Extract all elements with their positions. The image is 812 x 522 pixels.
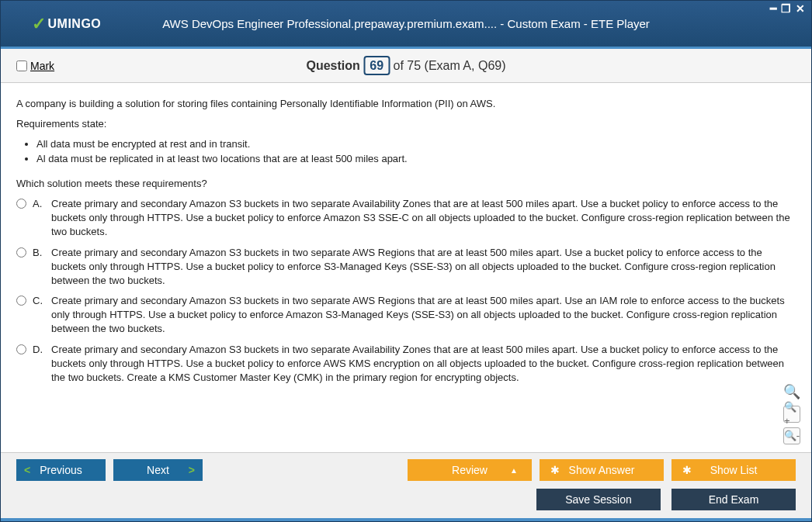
option-b[interactable]: B. Create primary and secondary Amazon S… [16,246,796,289]
question-header: Mark Question 69 of 75 (Exam A, Q69) [1,49,811,83]
option-a[interactable]: A. Create primary and secondary Amazon S… [16,197,796,240]
question-of: of 75 (Exam A, Q69) [394,59,506,72]
option-radio[interactable] [16,199,26,209]
option-radio[interactable] [16,296,26,306]
app-logo: ✓ UMINGO [32,14,101,34]
question-word: Question [307,59,360,72]
option-letter: D. [33,343,45,357]
next-button[interactable]: Next > [113,459,203,481]
star-icon: ✱ [682,464,692,476]
footer: < Previous Next > Review ▲ ✱ Show Answer… [1,452,811,518]
chevron-right-icon: > [189,464,195,476]
question-intro: A company is building a solution for sto… [16,97,796,111]
previous-label: Previous [40,464,82,476]
requirement-item: Al data must be replicated in at least t… [36,152,796,166]
show-list-button[interactable]: ✱ Show List [671,459,796,481]
mark-checkbox-wrap[interactable]: Mark [16,60,54,72]
maximize-icon[interactable]: ❐ [781,2,791,15]
minimize-icon[interactable]: ━ [770,2,776,15]
zoom-out-icon[interactable]: 🔍- [783,427,800,444]
brand-name: UMINGO [48,17,102,31]
chevron-left-icon: < [24,464,30,476]
option-c[interactable]: C. Create primary and secondary Amazon S… [16,294,796,337]
option-text: Create primary and secondary Amazon S3 b… [51,294,796,337]
option-letter: A. [33,197,45,211]
zoom-in-icon[interactable]: 🔍+ [783,406,800,423]
show-answer-button[interactable]: ✱ Show Answer [540,459,664,481]
question-number: 69 [363,56,390,75]
bottom-border [1,518,811,521]
star-icon: ✱ [550,464,560,476]
window-title: AWS DevOps Engineer Professional.prepawa… [162,17,650,30]
option-text: Create primary and secondary Amazon S3 b… [51,343,796,385]
check-icon: ✓ [32,14,47,34]
review-label: Review [452,464,488,476]
option-radio[interactable] [16,344,26,354]
end-exam-button[interactable]: End Exam [671,489,796,510]
triangle-up-icon: ▲ [510,466,518,475]
show-answer-label: Show Answer [569,464,635,476]
search-icon[interactable]: 🔍 [783,384,800,401]
question-counter: Question 69 of 75 (Exam A, Q69) [307,59,506,73]
review-button[interactable]: Review ▲ [408,459,532,481]
next-label: Next [147,464,169,476]
previous-button[interactable]: < Previous [16,459,106,481]
requirement-item: All data must be encrypted at rest and i… [36,137,796,151]
mark-checkbox[interactable] [16,60,27,71]
question-content: A company is building a solution for sto… [1,83,811,452]
option-text: Create primary and secondary Amazon S3 b… [51,197,796,240]
option-text: Create primary and secondary Amazon S3 b… [51,246,796,289]
save-session-button[interactable]: Save Session [536,489,661,510]
titlebar: ✓ UMINGO AWS DevOps Engineer Professiona… [1,1,811,49]
close-icon[interactable]: ✕ [796,2,805,15]
mark-label: Mark [30,60,54,72]
option-letter: C. [33,294,45,308]
option-letter: B. [33,246,45,260]
option-d[interactable]: D. Create primary and secondary Amazon S… [16,343,796,385]
requirements-label: Requirements state: [16,117,796,131]
option-radio[interactable] [16,247,26,258]
show-list-label: Show List [710,464,758,476]
question-prompt: Which solution meets these requirements? [16,177,796,191]
